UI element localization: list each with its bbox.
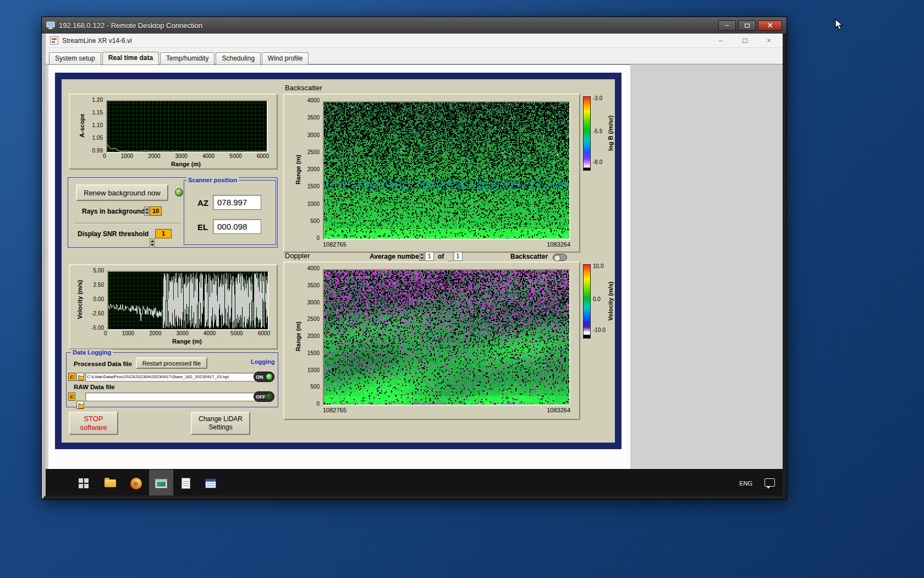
streamline-app-button[interactable] bbox=[149, 470, 173, 495]
processed-browse-folder-icon[interactable] bbox=[76, 373, 84, 381]
doppler-x-end: 1083264 bbox=[547, 407, 570, 413]
raw-browse-folder-icon[interactable] bbox=[76, 401, 84, 409]
rays-in-background-spinner[interactable] bbox=[144, 206, 149, 216]
ascope-y-ticks: 1.201.151.101.050.99 bbox=[86, 97, 103, 154]
backscatter-doppler-switch[interactable] bbox=[553, 254, 567, 261]
tick-label: 1000 bbox=[121, 153, 133, 159]
tick-label: 0 bbox=[316, 235, 320, 242]
backscatter-heatmap-canvas bbox=[323, 101, 570, 240]
doppler-colorbar bbox=[583, 264, 591, 339]
rays-in-background-field[interactable]: 10 bbox=[150, 206, 162, 216]
average-number-field[interactable]: 1 bbox=[425, 252, 434, 261]
taskbar: ENG bbox=[46, 469, 783, 495]
rdp-minimize-button[interactable]: – bbox=[718, 20, 736, 31]
tick-label: 1000 bbox=[307, 201, 320, 208]
renew-background-button[interactable]: Renew background now bbox=[76, 184, 168, 201]
change-lidar-settings-button[interactable]: Change LiDAR Settings bbox=[191, 412, 250, 435]
change-settings-line2: Settings bbox=[208, 423, 232, 432]
rdp-session-frame: StreamLine XR v14-6.vi – × System setup … bbox=[42, 34, 787, 499]
app-minimize-button[interactable]: – bbox=[713, 36, 728, 46]
velocity-plot-canvas bbox=[107, 271, 269, 330]
backscatter-toggle-label: Backscatter bbox=[510, 253, 548, 260]
ascope-x-ticks: 0100020003000400050006000 bbox=[103, 153, 269, 159]
app-close-button[interactable]: × bbox=[762, 36, 776, 46]
app-maximize-button[interactable] bbox=[738, 36, 752, 46]
processed-logging-led bbox=[266, 374, 272, 380]
raw-logging-led bbox=[266, 394, 272, 400]
raw-logging-toggle[interactable]: OFF bbox=[254, 391, 274, 402]
az-value-field[interactable]: 078.997 bbox=[213, 195, 261, 210]
tick-label: 3500 bbox=[307, 114, 320, 121]
app-window-controls: – × bbox=[713, 36, 776, 46]
scanner-position-box: Scanner position AZ 078.997 EL 000.098 bbox=[184, 180, 276, 245]
tab-temp-humidity[interactable]: Temp/humidity bbox=[160, 52, 215, 64]
velocity-y-ticks: 5.002.500.00-2.50-5.00 bbox=[85, 268, 104, 331]
velocity-y-axis-label: Velocity (m/s) bbox=[76, 280, 83, 319]
firefox-button[interactable] bbox=[124, 470, 148, 495]
raw-drive-letter[interactable]: C bbox=[68, 392, 75, 401]
scanner-position-title: Scanner position bbox=[186, 177, 239, 183]
language-indicator[interactable]: ENG bbox=[735, 470, 757, 495]
restart-processed-file-button[interactable]: Restart processed file bbox=[136, 357, 207, 369]
desktop-background: 192.168.0.122 - Remote Desktop Connectio… bbox=[0, 0, 924, 578]
action-center-icon[interactable] bbox=[765, 478, 775, 487]
rdp-titlebar[interactable]: 192.168.0.122 - Remote Desktop Connectio… bbox=[42, 17, 787, 34]
notes-app-icon bbox=[205, 479, 216, 488]
tab-wind-profile[interactable]: Wind profile bbox=[262, 52, 309, 64]
snr-threshold-field[interactable]: 1 bbox=[155, 229, 172, 238]
doppler-heatmap-canvas bbox=[323, 269, 570, 406]
doppler-x-labels: 1082765 1083264 bbox=[323, 407, 570, 413]
doppler-x-start: 1082765 bbox=[323, 407, 346, 413]
tick-label: -5.00 bbox=[91, 325, 104, 331]
backscatter-graph-panel: Range (m) 400035003000250020001500100050… bbox=[283, 94, 580, 253]
tick-label: 3000 bbox=[307, 299, 320, 306]
streamline-app-icon bbox=[155, 479, 167, 488]
app-titlebar[interactable]: StreamLine XR v14-6.vi – × bbox=[46, 34, 783, 48]
tick-label: -8.0 bbox=[593, 159, 602, 165]
el-value-field[interactable]: 000.098 bbox=[213, 219, 261, 234]
change-settings-line1: Change LiDAR bbox=[199, 415, 243, 423]
tab-scheduling[interactable]: Scheduling bbox=[216, 52, 260, 64]
rdp-close-button[interactable]: ✕ bbox=[758, 20, 782, 31]
tick-label: 3000 bbox=[175, 153, 188, 159]
snr-threshold-spinner[interactable] bbox=[150, 238, 155, 248]
background-controls-box: Renew background now Rays in background … bbox=[68, 177, 278, 248]
tick-label: 3000 bbox=[177, 330, 189, 336]
tick-label: 4000 bbox=[307, 265, 320, 272]
backscatter-x-start: 1082765 bbox=[323, 241, 346, 248]
notes-app-button[interactable] bbox=[199, 470, 223, 495]
tick-label: 5000 bbox=[230, 330, 243, 336]
main-panel: A-scope 1.201.151.101.050.99 01000200030… bbox=[62, 79, 615, 443]
rdp-restore-button[interactable] bbox=[738, 20, 756, 31]
rdp-window-controls: – ✕ bbox=[718, 20, 782, 31]
raw-path-field[interactable] bbox=[85, 392, 256, 401]
file-explorer-button[interactable] bbox=[98, 470, 122, 495]
tick-label: 4000 bbox=[307, 97, 320, 104]
start-button[interactable] bbox=[72, 470, 96, 495]
logging-label: Logging bbox=[249, 358, 276, 365]
front-panel: A-scope 1.201.151.101.050.99 01000200030… bbox=[48, 64, 630, 469]
scan-scheduler-button[interactable] bbox=[174, 470, 198, 495]
backscatter-colorbar-label: log B (/m/sr) bbox=[607, 116, 614, 151]
ascope-graph-panel: A-scope 1.201.151.101.050.99 01000200030… bbox=[69, 94, 278, 170]
processed-logging-state: ON bbox=[256, 374, 263, 380]
tick-label: 1.20 bbox=[92, 97, 103, 103]
stop-software-button[interactable]: STOP software bbox=[69, 412, 118, 435]
tick-label: 2000 bbox=[148, 153, 160, 159]
tab-strip: System setup Real time data Temp/humidit… bbox=[49, 52, 310, 64]
processed-path-field[interactable]: C:\Lidar\Data\Proc\2023\202309\20230917\… bbox=[85, 373, 256, 381]
tick-label: 4000 bbox=[202, 153, 215, 159]
file-explorer-icon bbox=[105, 479, 116, 487]
tick-label: 1000 bbox=[122, 330, 134, 336]
tab-real-time-data[interactable]: Real time data bbox=[102, 52, 159, 65]
processed-logging-toggle[interactable]: ON bbox=[254, 372, 274, 382]
velocity-x-ticks: 0100020003000400050006000 bbox=[104, 330, 270, 336]
average-number-spinner[interactable] bbox=[419, 252, 424, 261]
processed-drive-letter[interactable]: C bbox=[68, 373, 75, 381]
app-window-title: StreamLine XR v14-6.vi bbox=[62, 37, 132, 45]
doppler-graph-panel: Range (m) 400035003000250020001500100050… bbox=[283, 261, 580, 420]
backscatter-title: Backscatter bbox=[285, 84, 322, 92]
of-count-field[interactable]: 1 bbox=[453, 252, 463, 261]
tab-system-setup[interactable]: System setup bbox=[49, 52, 101, 64]
tick-label: 3500 bbox=[307, 282, 320, 289]
